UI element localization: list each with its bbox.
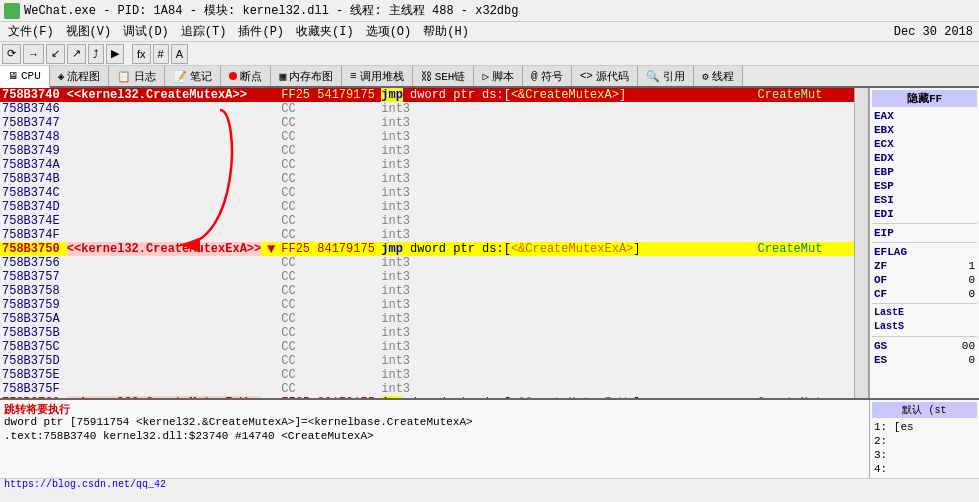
col-address: 758B3756: [0, 256, 263, 270]
tab-log[interactable]: 📋 日志: [109, 66, 165, 86]
col-hex: CC: [279, 116, 379, 130]
tb-step-out[interactable]: ↗: [67, 44, 86, 64]
table-row[interactable]: 758B375FCCint3: [0, 382, 854, 396]
tb-step-over[interactable]: ↙: [46, 44, 65, 64]
tb-hash[interactable]: #: [153, 44, 169, 64]
tab-flowgraph[interactable]: ◈ 流程图: [50, 66, 110, 86]
tab-threads[interactable]: ⚙ 线程: [694, 66, 743, 86]
menu-help[interactable]: 帮助(H): [417, 23, 475, 40]
table-row[interactable]: 758B375BCCint3: [0, 326, 854, 340]
tb-fx[interactable]: fx: [132, 44, 151, 64]
menu-trace[interactable]: 追踪(T): [175, 23, 233, 40]
tab-script-label: 脚本: [492, 69, 514, 84]
table-row[interactable]: 758B375DCCint3: [0, 354, 854, 368]
col-asm: int3: [379, 102, 755, 116]
table-row[interactable]: 758B375CCCint3: [0, 340, 854, 354]
col-comment: [756, 172, 854, 186]
tab-seh[interactable]: ⛓ SEH链: [413, 66, 475, 86]
table-row[interactable]: 758B3746CCint3: [0, 102, 854, 116]
col-asm: int3: [379, 214, 755, 228]
col-address: 758B375F: [0, 382, 263, 396]
reg-edi: EDI: [872, 207, 977, 221]
table-row[interactable]: 758B3748CCint3: [0, 130, 854, 144]
col-address: 758B374C: [0, 186, 263, 200]
table-row[interactable]: 758B3749CCint3: [0, 144, 854, 158]
callstack-icon: ≡: [350, 70, 357, 82]
symbols-icon: @: [531, 70, 538, 82]
col-comment: CreateMut: [756, 88, 854, 102]
col-hex: CC: [279, 368, 379, 382]
table-row[interactable]: 758B375ACCint3: [0, 312, 854, 326]
tab-source[interactable]: <> 源代码: [572, 66, 638, 86]
col-comment: [756, 102, 854, 116]
col-arrow: [263, 144, 279, 158]
tab-notes[interactable]: 📝 笔记: [165, 66, 221, 86]
date-display: Dec 30 2018: [888, 25, 977, 39]
col-asm: int3: [379, 340, 755, 354]
menu-options[interactable]: 选项(O): [360, 23, 418, 40]
tab-memory[interactable]: ▦ 内存布图: [271, 66, 342, 86]
tab-script[interactable]: ▷ 脚本: [474, 66, 523, 86]
reg-eax: EAX: [872, 109, 977, 123]
col-address: 758B3750 <<kernel32.CreateMutexExA>>: [0, 242, 263, 256]
menu-debug[interactable]: 调试(D): [117, 23, 175, 40]
tab-cpu-label: CPU: [21, 70, 41, 82]
reg-gs: GS 00: [872, 339, 977, 353]
col-arrow: [263, 88, 279, 102]
menu-favorites[interactable]: 收藏夹(I): [290, 23, 360, 40]
col-address: 758B375D: [0, 354, 263, 368]
table-row[interactable]: 758B3758CCint3: [0, 284, 854, 298]
menu-view[interactable]: 视图(V): [60, 23, 118, 40]
table-row[interactable]: 758B374ACCint3: [0, 158, 854, 172]
col-arrow: [263, 382, 279, 396]
col-address: 758B375E: [0, 368, 263, 382]
bottom-line2: .text:758B3740 kernel32.dll:$23740 #1474…: [4, 430, 865, 444]
col-asm: int3: [379, 158, 755, 172]
col-comment: [756, 326, 854, 340]
tab-callstack[interactable]: ≡ 调用堆栈: [342, 66, 413, 86]
tb-a[interactable]: A: [171, 44, 188, 64]
table-row[interactable]: 758B3756CCint3: [0, 256, 854, 270]
tab-callstack-label: 调用堆栈: [360, 69, 404, 84]
reg-ecx: ECX: [872, 137, 977, 151]
breakpoint-dot: [229, 72, 237, 80]
tab-symbols[interactable]: @ 符号: [523, 66, 572, 86]
tab-cpu[interactable]: 🖥 CPU: [0, 66, 50, 88]
col-arrow: [263, 200, 279, 214]
col-asm: int3: [379, 298, 755, 312]
col-asm: int3: [379, 270, 755, 284]
table-row[interactable]: 758B3759CCint3: [0, 298, 854, 312]
table-row[interactable]: 758B3740 <<kernel32.CreateMutexA>>FF25 5…: [0, 88, 854, 102]
source-icon: <>: [580, 70, 593, 82]
table-row[interactable]: 758B374FCCint3: [0, 228, 854, 242]
table-row[interactable]: 758B3750 <<kernel32.CreateMutexExA>>▼FF2…: [0, 242, 854, 256]
table-row[interactable]: 758B375ECCint3: [0, 368, 854, 382]
col-comment: [756, 200, 854, 214]
col-asm: int3: [379, 382, 755, 396]
table-row[interactable]: 758B374BCCint3: [0, 172, 854, 186]
table-row[interactable]: 758B3747CCint3: [0, 116, 854, 130]
tab-breakpoints[interactable]: 断点: [221, 66, 271, 86]
col-comment: [756, 270, 854, 284]
col-arrow: [263, 228, 279, 242]
tab-references[interactable]: 🔍 引用: [638, 66, 694, 86]
bottom-right-row-1: 1: [es: [872, 420, 977, 434]
bottom-right-header: 默认 (st: [872, 402, 977, 418]
tab-seh-label: SEH链: [435, 69, 466, 84]
menu-file[interactable]: 文件(F): [2, 23, 60, 40]
tb-step[interactable]: →: [23, 44, 44, 64]
table-row[interactable]: 758B374DCCint3: [0, 200, 854, 214]
disasm-scrollbar[interactable]: [854, 88, 868, 398]
table-row[interactable]: 758B374ECCint3: [0, 214, 854, 228]
tb-restart[interactable]: ⟳: [2, 44, 21, 64]
tb-run-to[interactable]: ⤴: [88, 44, 104, 64]
col-comment: [756, 284, 854, 298]
table-row[interactable]: 758B374CCCint3: [0, 186, 854, 200]
col-asm: int3: [379, 200, 755, 214]
reg-zf: ZF 1: [872, 259, 977, 273]
table-row[interactable]: 758B3757CCint3: [0, 270, 854, 284]
tb-run[interactable]: ▶: [106, 44, 124, 64]
menu-plugins[interactable]: 插件(P): [232, 23, 290, 40]
reg-eflag: EFLAG: [872, 245, 977, 259]
col-asm: int3: [379, 228, 755, 242]
